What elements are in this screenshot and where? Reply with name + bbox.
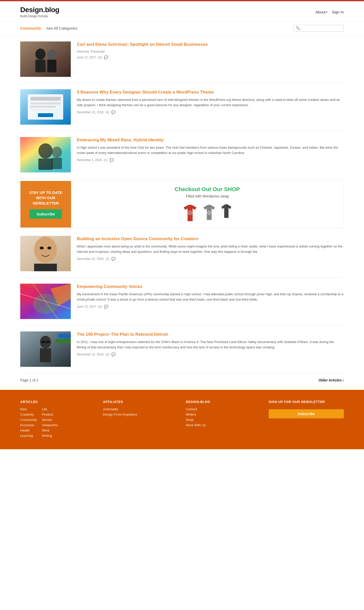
shop-images	[181, 202, 233, 222]
svg-point-25	[34, 237, 57, 263]
post-image-5	[20, 284, 71, 319]
svg-point-22	[207, 211, 211, 215]
svg-rect-37	[40, 348, 51, 362]
footer-grid: ARTICLES New Creativity Community Exclus…	[20, 400, 344, 439]
comment-icon-1: 💬	[104, 55, 108, 59]
comment-icon-2: 💬	[111, 110, 116, 114]
post-image-6	[20, 331, 71, 367]
footer-link-learning[interactable]: Learning	[20, 434, 37, 438]
post-content-1: Carl and Elena Schrónez: Spotlight on De…	[77, 41, 344, 77]
page-indicator: Page 1 of 2	[20, 378, 38, 382]
footer-link-product[interactable]: Product	[42, 413, 58, 416]
footer-affiliates-title: AFFILIATES	[103, 400, 178, 404]
older-articles-link[interactable]: Older Articles ›	[318, 378, 344, 382]
footer-link-new[interactable]: New	[20, 407, 37, 411]
comment-icon-4: 💬	[111, 257, 116, 261]
svg-point-15	[38, 143, 53, 159]
footer-link-shop[interactable]: Shop	[186, 418, 261, 422]
search-input[interactable]	[301, 26, 342, 30]
post-content-2: 3 Reasons Why Every Designer Should Crea…	[77, 89, 344, 125]
post-title-4[interactable]: Building an Inclusive Open Source Commun…	[77, 236, 344, 242]
post-comments-count-4: (2)	[105, 257, 109, 261]
comment-icon-3: 💬	[109, 158, 114, 162]
category-left: Community See All Categories	[20, 26, 77, 30]
post-thumbnail-2	[20, 89, 71, 125]
footer-newsletter-title: SIGN UP FOR OUR NEWSLETTER	[269, 400, 344, 404]
post-card: Embracing My Mixed Race, Hybrid Identity…	[20, 131, 344, 179]
post-meta-1: June 12, 2017 (4) 💬	[77, 55, 344, 59]
footer-link-viewpoints[interactable]: Viewpoints	[42, 423, 58, 427]
footer-link-contact[interactable]: Contact	[186, 407, 261, 411]
pagination: Page 1 of 2 Older Articles ›	[20, 373, 344, 390]
newsletter-banner: STAY UP TO DATE WITH OUR NEWSLETTER Subs…	[20, 181, 71, 228]
comment-icon-5: 💬	[104, 305, 108, 309]
post-image-4	[20, 236, 71, 271]
newsletter-subscribe-button[interactable]: Subscribe	[30, 209, 62, 219]
svg-point-4	[47, 50, 56, 60]
post-comments-count-5: (4)	[98, 305, 102, 308]
footer-link-exclusion[interactable]: Exclusion	[20, 423, 37, 427]
post-title-6[interactable]: The 100 Project–The Plan to Rebrand Detr…	[77, 331, 344, 337]
post-title-2[interactable]: 3 Reasons Why Every Designer Should Crea…	[77, 89, 344, 95]
post-image-1	[20, 41, 71, 77]
shop-shirt-red	[181, 202, 199, 222]
post-excerpt-3: In high school I was president of the As…	[77, 145, 344, 156]
nav-signin[interactable]: Sign In	[332, 10, 344, 14]
svg-rect-39	[46, 341, 50, 343]
category-community[interactable]: Community	[20, 26, 41, 30]
post-excerpt-6: In 2011, I was one of eight entrepreneur…	[77, 340, 344, 350]
footer-link-automattic[interactable]: Automattic	[103, 407, 178, 411]
search-icon: 🔍	[296, 26, 300, 30]
footer-link-creativity[interactable]: Creativity	[20, 413, 37, 416]
footer-designblog-title: DESIGN.BLOG	[186, 400, 261, 404]
post-thumbnail-3	[20, 137, 71, 172]
logo-area: Design.blog Build.Design.Include.	[20, 6, 59, 18]
footer-link-stories[interactable]: Stories	[42, 418, 58, 422]
svg-point-2	[35, 49, 46, 60]
post-thumbnail-4	[20, 236, 71, 271]
banner-row: STAY UP TO DATE WITH OUR NEWSLETTER Subs…	[20, 181, 344, 228]
footer-subscribe-button[interactable]: Subscribe	[269, 409, 344, 418]
footer-link-work[interactable]: Work	[42, 428, 58, 432]
main-content: Carl and Elena Schrónez: Spotlight on De…	[0, 35, 364, 390]
shop-shirt-gray	[201, 202, 217, 221]
svg-rect-38	[41, 341, 45, 343]
post-card: Building an Inclusive Open Source Commun…	[20, 230, 344, 278]
post-meta-4: December 22, 2016 (2) 💬	[77, 257, 344, 261]
svg-marker-23	[221, 204, 231, 218]
footer-link-health[interactable]: Health	[20, 428, 37, 432]
shop-title: Checkout Out Our SHOP	[175, 186, 240, 193]
post-comments-count-1: (4)	[98, 56, 102, 59]
post-excerpt-5: My involvement in the Asian Pacific Amer…	[77, 292, 344, 302]
footer-col-articles: ARTICLES New Creativity Community Exclus…	[20, 400, 96, 439]
post-comments-count-3: (1)	[104, 158, 108, 162]
svg-rect-42	[56, 339, 71, 343]
footer-link-writers[interactable]: Writers	[186, 413, 261, 416]
svg-rect-41	[58, 334, 71, 338]
footer-link-community[interactable]: Community	[20, 418, 37, 422]
logo-title[interactable]: Design.blog	[20, 6, 59, 14]
svg-point-20	[188, 210, 193, 215]
post-subtitle-1: Intervew Transcript	[77, 50, 344, 53]
header-nav: About ▾ Sign In	[315, 10, 344, 14]
post-date-6: December 22, 2016	[77, 353, 103, 356]
footer-link-writing[interactable]: Writing	[42, 434, 58, 438]
svg-rect-13	[38, 113, 53, 117]
post-date-5: June 12, 2017	[77, 305, 96, 308]
footer-link-work-with-us[interactable]: Work With Us	[186, 423, 261, 427]
see-all-categories[interactable]: See All Categories	[46, 26, 77, 30]
post-title-1[interactable]: Carl and Elena Schrónez: Spotlight on De…	[77, 41, 344, 48]
shop-banner: Checkout Out Our SHOP Filled with Wordpr…	[71, 181, 344, 228]
post-title-5[interactable]: Empowering Community Voices	[77, 284, 344, 290]
svg-rect-16	[38, 159, 53, 170]
post-content-4: Building an Inclusive Open Source Commun…	[77, 236, 344, 271]
footer-link-design-from-anywhere[interactable]: Design From Anywhere	[103, 413, 178, 416]
post-date-1: June 12, 2017	[77, 56, 96, 59]
footer-link-life[interactable]: Life	[42, 407, 58, 411]
post-card: The 100 Project–The Plan to Rebrand Detr…	[20, 325, 344, 373]
nav-about[interactable]: About ▾	[315, 10, 327, 14]
svg-point-27	[47, 246, 51, 250]
post-meta-2: December 22, 2016 (2) 💬	[77, 110, 344, 114]
svg-rect-28	[34, 264, 57, 271]
post-title-3[interactable]: Embracing My Mixed Race, Hybrid Identity	[77, 137, 344, 143]
